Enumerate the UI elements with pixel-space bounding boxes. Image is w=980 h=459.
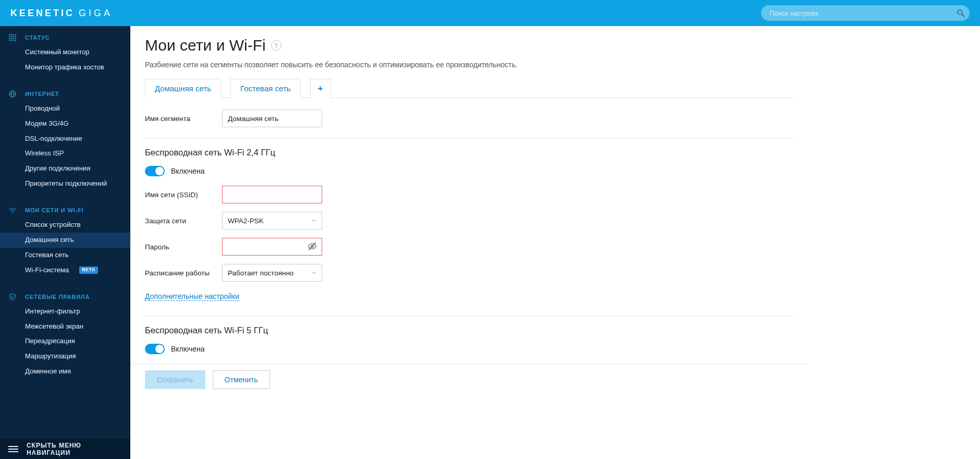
sidebar-item-modem[interactable]: Модем 3G/4G (0, 116, 130, 131)
globe-icon (7, 90, 18, 98)
svg-rect-3 (13, 34, 16, 37)
sidebar-item-dsl[interactable]: DSL-подключение (0, 131, 130, 147)
sidebar-item-other-conn[interactable]: Другие подключения (0, 161, 130, 176)
sidebar-group-label: СТАТУС (25, 34, 50, 41)
sidebar-item-internet-filter[interactable]: Интернет-фильтр (0, 304, 130, 319)
password-label: Пароль (145, 243, 213, 251)
ssid-label: Имя сети (SSID) (145, 191, 213, 199)
brand-name: KEENETIC (10, 8, 75, 19)
security-label: Защита сети (145, 217, 213, 225)
shield-icon (7, 293, 18, 301)
sidebar-item-label: Список устройств (25, 221, 81, 230)
sidebar-item-label: Межсетевой экран (25, 322, 83, 331)
beta-badge: BETA (79, 267, 98, 274)
sidebar-item-traffic-monitor[interactable]: Монитор трафика хостов (0, 60, 130, 75)
wifi24-enable-label: Включена (171, 167, 205, 175)
tab-guest-network[interactable]: Гостевая сеть (230, 79, 300, 98)
wifi5-enable-toggle[interactable] (145, 344, 165, 354)
sidebar-group-internet[interactable]: ИНТЕРНЕТ (0, 82, 130, 101)
sidebar-group-networks[interactable]: МОИ СЕТИ И WI-FI (0, 199, 130, 218)
sidebar-item-device-list[interactable]: Список устройств (0, 218, 130, 233)
sidebar-group-label: СЕТЕВЫЕ ПРАВИЛА (25, 294, 90, 300)
sidebar-group-status[interactable]: СТАТУС (0, 26, 130, 45)
svg-rect-2 (9, 34, 12, 37)
sidebar-item-label: DSL-подключение (25, 135, 82, 143)
hamburger-icon (8, 446, 18, 452)
page-title: Мои сети и Wi-Fi ? (145, 37, 793, 54)
segment-name-label: Имя сегмента (145, 115, 213, 123)
sidebar-item-routing[interactable]: Маршрутизация (0, 349, 130, 364)
page-subtitle: Разбиение сети на сегменты позволяет пов… (145, 61, 793, 69)
sidebar-item-label: Wi-Fi-система (25, 266, 69, 275)
sidebar-item-firewall[interactable]: Межсетевой экран (0, 319, 130, 334)
sidebar-item-label: Гостевая сеть (25, 251, 69, 260)
app-header: KEENETIC GIGA (0, 0, 980, 26)
wifi-icon (7, 206, 18, 214)
sidebar-item-domain-name[interactable]: Доменное имя (0, 364, 130, 379)
divider (145, 316, 793, 316)
svg-line-1 (962, 14, 964, 17)
sidebar-item-label: Переадресация (25, 337, 75, 346)
sidebar-item-label: Маршрутизация (25, 352, 76, 361)
search-wrap (761, 5, 970, 21)
sidebar-item-label: Домашняя сеть (25, 236, 74, 245)
svg-point-0 (958, 10, 962, 15)
wifi5-enable-label: Включена (171, 345, 205, 353)
sidebar-item-wifi-system[interactable]: Wi-Fi-система BETA (0, 263, 130, 278)
sidebar-item-wisp[interactable]: Wireless ISP (0, 146, 130, 161)
svg-point-9 (12, 213, 13, 213)
segment-name-input[interactable] (222, 110, 322, 127)
schedule-label: Расписание работы (145, 269, 213, 277)
sidebar-item-system-monitor[interactable]: Системный монитор (0, 45, 130, 60)
page-title-text: Мои сети и Wi-Fi (145, 37, 266, 54)
sidebar-item-label: Wireless ISP (25, 149, 64, 158)
schedule-select[interactable] (222, 264, 322, 282)
sidebar-group-label: МОИ СЕТИ И WI-FI (25, 207, 83, 213)
sidebar-item-label: Другие подключения (25, 164, 90, 173)
security-select[interactable] (222, 212, 322, 230)
sidebar: СТАТУС Системный монитор Монитор трафика… (0, 26, 130, 459)
help-icon[interactable]: ? (271, 40, 281, 51)
tab-home-network[interactable]: Домашняя сеть (145, 79, 221, 98)
tab-label: Домашняя сеть (155, 84, 211, 93)
sidebar-item-label: Доменное имя (25, 367, 71, 376)
sidebar-item-label: Интернет-фильтр (25, 307, 80, 316)
sidebar-item-label: Проводной (25, 104, 60, 113)
main-content: Мои сети и Wi-Fi ? Разбиение сети на сег… (130, 26, 980, 459)
brand-logo: KEENETIC GIGA (10, 8, 113, 19)
tab-add-button[interactable]: + (310, 79, 331, 98)
sidebar-item-label: Приоритеты подключений (25, 179, 107, 188)
divider (145, 138, 793, 138)
ssid-input[interactable] (222, 186, 322, 203)
sidebar-item-port-forward[interactable]: Переадресация (0, 334, 130, 349)
svg-rect-5 (13, 38, 16, 41)
advanced-settings-link[interactable]: Дополнительные настройки (145, 292, 239, 301)
sidebar-item-conn-priority[interactable]: Приоритеты подключений (0, 176, 130, 191)
sidebar-item-label: Монитор трафика хостов (25, 63, 104, 72)
sidebar-group-rules[interactable]: СЕТЕВЫЕ ПРАВИЛА (0, 285, 130, 304)
tab-label: Гостевая сеть (240, 84, 290, 93)
wifi24-enable-toggle[interactable] (145, 166, 165, 176)
sidebar-item-wired[interactable]: Проводной (0, 101, 130, 116)
sidebar-item-label: Системный монитор (25, 48, 89, 57)
wifi5-section-title: Беспроводная сеть Wi-Fi 5 ГГц (145, 325, 793, 335)
collapse-nav-label: СКРЫТЬ МЕНЮ НАВИГАЦИИ (27, 442, 122, 456)
search-icon[interactable] (955, 7, 966, 19)
brand-model: GIGA (79, 8, 113, 19)
search-input[interactable] (761, 5, 970, 21)
tabs: Домашняя сеть Гостевая сеть + (145, 78, 793, 98)
sidebar-item-home-network[interactable]: Домашняя сеть (0, 233, 130, 248)
wifi24-section-title: Беспроводная сеть Wi-Fi 2,4 ГГц (145, 148, 793, 158)
eye-off-icon[interactable] (308, 241, 318, 252)
sidebar-item-guest-network[interactable]: Гостевая сеть (0, 248, 130, 263)
cancel-button[interactable]: Отменить (213, 370, 270, 389)
svg-rect-4 (9, 38, 12, 41)
dashboard-icon (7, 33, 18, 42)
collapse-nav-button[interactable]: СКРЫТЬ МЕНЮ НАВИГАЦИИ (0, 438, 130, 459)
sidebar-item-label: Модем 3G/4G (25, 119, 69, 128)
sidebar-group-label: ИНТЕРНЕТ (25, 91, 59, 97)
action-bar: Сохранить Отменить (130, 364, 808, 395)
save-button[interactable]: Сохранить (145, 370, 205, 389)
